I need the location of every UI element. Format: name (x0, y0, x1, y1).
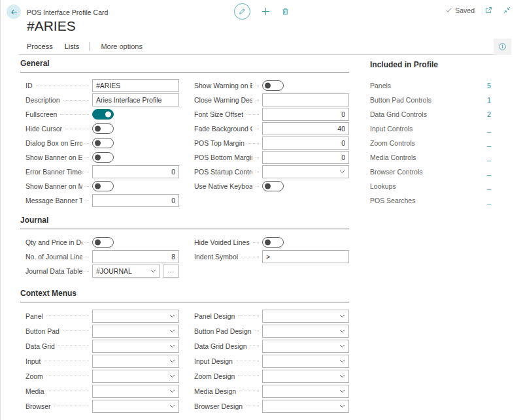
field-dropdown[interactable] (262, 370, 349, 383)
field-row: Panel Design (194, 308, 349, 323)
field-row: Font Size Offset 0 (194, 107, 349, 121)
dotted-leader (65, 127, 89, 129)
dotted-leader (36, 84, 90, 86)
field-toggle[interactable] (92, 237, 114, 248)
dotted-leader (86, 255, 89, 257)
field-input[interactable]: 0 (262, 108, 349, 121)
factbox-item-label: Data Grid Controls (370, 110, 487, 118)
field-label: Journal Data Table ID (25, 267, 82, 275)
more-options-button[interactable]: More options (101, 42, 143, 50)
factbox-item-label: Browser Controls (370, 168, 487, 176)
field-dropdown[interactable] (92, 325, 179, 338)
section-journal-title[interactable]: Journal (20, 216, 349, 229)
chevron-down-icon (169, 389, 175, 393)
field-dropdown[interactable] (262, 355, 349, 368)
field-row: Message Banner Timeout 0 (25, 193, 179, 208)
dotted-leader (255, 329, 259, 331)
factbox-item-value-link[interactable]: _ (487, 139, 491, 147)
field-input[interactable]: 0 (262, 137, 349, 150)
field-input[interactable]: Aries Interface Profile (92, 93, 179, 106)
dotted-leader (48, 389, 89, 391)
field-dropdown[interactable] (92, 340, 179, 353)
field-toggle[interactable] (262, 181, 284, 191)
field-input[interactable]: 40 (262, 122, 349, 135)
field-row: Input (25, 353, 179, 368)
field-label: Button Pad (25, 327, 59, 335)
field-dropdown[interactable] (262, 165, 349, 178)
factbox-item-value-link[interactable]: _ (487, 168, 491, 176)
field-input[interactable]: #ARIES (92, 79, 179, 92)
field-toggle[interactable] (92, 181, 114, 191)
general-right-column: Show Warning on Bros... Close Warning De… (194, 78, 349, 193)
field-row: Data Grid (25, 338, 179, 353)
field-dropdown[interactable] (262, 310, 349, 323)
assist-edit-button[interactable]: ... (163, 265, 179, 278)
field-dropdown[interactable] (92, 355, 179, 368)
field-dropdown[interactable] (92, 310, 179, 323)
field-toggle[interactable] (92, 123, 114, 134)
info-button[interactable] (494, 39, 511, 55)
field-input[interactable] (262, 93, 349, 106)
dotted-leader (60, 113, 89, 115)
field-input[interactable]: 0 (262, 151, 349, 164)
dotted-leader (44, 359, 89, 361)
field-dropdown[interactable] (262, 325, 349, 338)
field-input[interactable]: 0 (92, 165, 179, 178)
field-row: Description Aries Interface Profile (25, 93, 179, 107)
field-toggle[interactable] (92, 109, 114, 120)
edit-button[interactable] (234, 3, 250, 20)
dotted-leader (63, 329, 89, 331)
factbox-item-value-link[interactable]: _ (487, 197, 491, 204)
open-in-new-window-button[interactable] (484, 6, 493, 14)
field-toggle[interactable] (92, 152, 114, 163)
field-toggle[interactable] (262, 80, 284, 91)
field-label: Description (25, 96, 60, 104)
factbox-item-value-link[interactable]: 5 (487, 82, 491, 89)
popout-icon (484, 6, 493, 14)
field-dropdown[interactable] (92, 400, 179, 413)
factbox-item-value-link[interactable]: _ (487, 182, 491, 190)
factbox-item-value-link[interactable]: 2 (487, 110, 491, 118)
factbox-row: Input Controls _ (370, 121, 491, 136)
field-label: Input Design (194, 357, 233, 365)
factbox-item-value-link[interactable]: _ (487, 125, 491, 133)
field-label: Font Size Offset (194, 110, 243, 118)
factbox-item-value-link[interactable]: _ (487, 153, 491, 161)
field-input[interactable]: 8 (92, 250, 179, 263)
field-dropdown[interactable] (262, 400, 349, 413)
field-dropdown[interactable] (92, 370, 179, 383)
dotted-leader (256, 99, 259, 101)
field-row: Button Pad (25, 323, 179, 338)
tab-lists[interactable]: Lists (65, 42, 80, 50)
minimize-page-button[interactable] (503, 6, 511, 14)
dotted-leader (250, 344, 259, 346)
field-input[interactable]: > (262, 250, 349, 263)
field-toggle[interactable] (92, 138, 114, 148)
toggle-knob (265, 184, 271, 189)
field-input[interactable]: 0 (92, 194, 179, 207)
field-row: Fade Background Opaci... 40 (194, 121, 349, 136)
dotted-leader (86, 142, 89, 144)
field-dropdown[interactable]: #JOURNAL (92, 265, 160, 278)
factbox-item-value-link[interactable]: 1 (487, 96, 491, 104)
field-dropdown[interactable] (262, 385, 349, 398)
dotted-leader (253, 241, 259, 243)
field-dropdown[interactable] (92, 385, 179, 398)
dotted-leader (86, 270, 89, 272)
toggle-knob (105, 112, 111, 118)
new-button[interactable] (262, 7, 270, 16)
tab-process[interactable]: Process (27, 42, 53, 50)
section-context-menus-title[interactable]: Context Menus (20, 289, 349, 302)
field-toggle[interactable] (262, 237, 284, 248)
field-row: ID #ARIES (25, 78, 179, 93)
field-label: ID (25, 82, 33, 89)
back-button[interactable] (7, 5, 21, 19)
section-general-title[interactable]: General (20, 59, 349, 73)
chevron-down-icon (169, 374, 175, 378)
command-bar: Process Lists More options (19, 39, 511, 55)
delete-button[interactable] (281, 7, 290, 16)
field-dropdown[interactable] (262, 340, 349, 353)
factbox-row: Data Grid Controls 2 (370, 107, 491, 121)
field-row: Media Design (194, 383, 349, 398)
dotted-leader (256, 170, 259, 172)
